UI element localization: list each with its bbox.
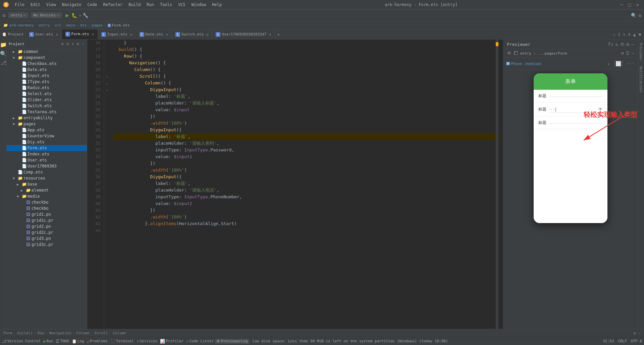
tree-grid1-png[interactable]: 🖼 grid1.pn xyxy=(7,211,87,217)
tree-textarea-ets[interactable]: 📄 Textarea.ets xyxy=(7,109,87,115)
sidebar-settings-icon[interactable]: ⚙ xyxy=(76,41,80,47)
menu-help[interactable]: Help xyxy=(209,2,224,8)
sidebar-expand-icon[interactable]: ≡ xyxy=(66,41,69,47)
tree-radio-ets[interactable]: 📄 Radio.ets xyxy=(7,85,87,91)
close-user-tab[interactable]: ✕ xyxy=(56,32,58,37)
bottom-close-icon[interactable]: — xyxy=(638,331,641,335)
menu-window[interactable]: Window xyxy=(189,2,209,8)
error-badge[interactable]: ✕ 4 xyxy=(623,32,630,37)
nav-column2[interactable]: Column xyxy=(113,331,126,335)
expand-icon[interactable]: ▼ xyxy=(639,32,641,37)
run-button[interactable]: ▶ xyxy=(66,12,69,18)
tree-input-ets[interactable]: 📄 Input.ets xyxy=(7,73,87,79)
tree-common[interactable]: ▶ 📁 common xyxy=(7,49,87,55)
search-icon[interactable]: 🔍 xyxy=(631,13,637,18)
settings-right-icon[interactable]: ⚙ xyxy=(639,13,641,18)
settings-icon[interactable]: ⚙ xyxy=(3,13,5,18)
tab-date-ets[interactable]: E Date.ets ✕ xyxy=(136,29,172,39)
status-code-linter[interactable]: ✓ Code Linter xyxy=(185,339,215,344)
tab-user-ets[interactable]: E User.ets ✕ xyxy=(26,29,62,39)
nav-build[interactable]: build() xyxy=(17,331,33,335)
tree-form-ets[interactable]: 📄 Form.ets xyxy=(7,145,87,151)
tree-user-ets[interactable]: 📄 User.ets xyxy=(7,157,87,163)
nav-scroll[interactable]: Scroll xyxy=(95,331,108,335)
previewer-font-icon[interactable]: T↕ xyxy=(608,42,613,47)
device-more-icon[interactable]: ··· xyxy=(626,61,635,66)
code-editor[interactable]: 16 17 18 19 20 21 22 23 24 25 26 27 28 2… xyxy=(87,40,503,329)
tree-select-ets[interactable]: 📄 Select.ets xyxy=(7,91,87,97)
sidebar-close-icon[interactable]: — xyxy=(81,41,85,47)
profile-button[interactable]: ⚡ xyxy=(79,13,82,18)
tree-slider-ets[interactable]: 📄 Slider.ets xyxy=(7,97,87,103)
nav-form[interactable]: Form xyxy=(3,331,12,335)
tree-grid3c[interactable]: 🖼 grid3c.pr xyxy=(7,242,87,248)
status-position[interactable]: 31:53 xyxy=(603,339,614,343)
device-prev-icon[interactable]: ‹ xyxy=(607,61,610,67)
close-button[interactable]: ✕ xyxy=(634,1,641,8)
minimize-button[interactable]: ─ xyxy=(618,1,625,8)
project-tab[interactable]: 📋 Project xyxy=(0,29,26,39)
tree-element[interactable]: ▶ 📁 element xyxy=(7,187,87,193)
close-user-long-tab[interactable]: ✕ xyxy=(269,32,271,37)
tree-grid1c[interactable]: 🖼 grid1c.pr xyxy=(7,217,87,223)
maximize-button[interactable]: □ xyxy=(626,1,633,8)
grid-icon[interactable]: ⊞ xyxy=(622,51,624,56)
warning-badge[interactable]: ⚠ 1 xyxy=(613,32,621,37)
tree-entryability[interactable]: ▶ 📁 entryability xyxy=(7,115,87,121)
breadcrumb-entry[interactable]: entry xyxy=(39,23,50,27)
close-form-tab[interactable]: ✕ xyxy=(92,32,94,37)
tree-media[interactable]: ▼ 📁 media xyxy=(7,193,87,199)
tab-form-ets[interactable]: E Form.ets ✕ xyxy=(62,29,98,39)
breadcrumb-pages[interactable]: pages xyxy=(92,23,103,27)
device-tablet-icon[interactable]: ⬜ xyxy=(614,60,623,67)
menu-navigate[interactable]: Navigate xyxy=(59,2,84,8)
status-version-control[interactable]: ⎇ Version Control xyxy=(2,339,41,344)
bottom-settings-icon[interactable]: ⚙ xyxy=(634,331,636,335)
close-input-tab[interactable]: ✕ xyxy=(130,32,132,37)
tree-pages[interactable]: ▼ 📁 pages xyxy=(7,121,87,127)
menu-build[interactable]: Build xyxy=(126,2,143,8)
tree-grid2-png[interactable]: 🖼 grid2.pn xyxy=(7,223,87,229)
tree-checkbox-1[interactable]: 🖼 checkbo xyxy=(7,199,87,205)
branch-selector[interactable]: entry ▾ xyxy=(8,12,28,18)
breadcrumb-file[interactable]: E Form.ets xyxy=(108,23,129,27)
tab-more-button[interactable]: ▾ xyxy=(275,29,282,39)
tab-user-long[interactable]: E User17069303301033d7 ✕ xyxy=(212,29,275,39)
tree-index-ets[interactable]: 📄 Index.ets xyxy=(7,151,87,157)
status-problems[interactable]: ⚠ Problems xyxy=(86,339,109,344)
status-profiler[interactable]: 📊 Profiler xyxy=(159,339,185,344)
menu-file[interactable]: File xyxy=(12,2,27,8)
right-sidebar-notifications[interactable]: Notifications xyxy=(639,65,643,94)
collapse-icon[interactable]: ▲ xyxy=(633,32,636,37)
activity-project[interactable]: 📁 xyxy=(0,42,7,48)
close-switch-tab[interactable]: ✕ xyxy=(206,32,209,37)
breadcrumb-main[interactable]: main xyxy=(66,23,75,27)
status-encoding[interactable]: UTF-8 xyxy=(631,339,642,343)
tree-grid3-png[interactable]: 🖼 grid3.pn xyxy=(7,235,87,242)
previewer-close-icon[interactable]: — xyxy=(631,42,634,47)
breadcrumb-src[interactable]: src xyxy=(55,23,61,27)
tree-switch-ets[interactable]: 📄 Switch.ets xyxy=(7,103,87,109)
status-log[interactable]: 📋 Log xyxy=(70,339,86,344)
code-content[interactable]: } build() { Row() { Navigation() { Colum… xyxy=(110,40,503,329)
nav-column1[interactable]: Column xyxy=(76,331,90,335)
menu-vcs[interactable]: VCS xyxy=(175,2,188,8)
menu-refactor[interactable]: Refactor xyxy=(100,2,125,8)
activity-git[interactable]: ⎇ xyxy=(0,60,6,66)
device-selector[interactable]: No Devices ▾ xyxy=(31,12,62,18)
tab-switch-ets[interactable]: E Switch.ets ✕ xyxy=(172,29,212,39)
status-run[interactable]: ▶ Run xyxy=(42,339,54,344)
tree-checkbox-ets[interactable]: 📄 Checkbox.ets xyxy=(7,61,87,67)
menu-view[interactable]: View xyxy=(44,2,59,8)
sidebar-sync-icon[interactable]: ⊕ xyxy=(61,41,64,47)
sidebar-collapse-icon[interactable]: ↕ xyxy=(71,41,74,47)
status-previewer-log[interactable]: 👁 PreviewerLog xyxy=(215,339,249,344)
nav-navigation[interactable]: Navigation xyxy=(49,331,71,335)
menu-tools[interactable]: Tools xyxy=(157,2,175,8)
status-terminal[interactable]: ⬛ Terminal xyxy=(109,339,135,344)
tree-date-ets[interactable]: 📄 Date.ets xyxy=(7,67,87,73)
previewer-settings-icon[interactable]: ⚙ xyxy=(626,42,629,47)
menu-run[interactable]: Run xyxy=(144,2,157,8)
coverage-button[interactable]: 🔧 xyxy=(83,13,88,18)
tree-base[interactable]: ▶ 📁 base xyxy=(7,181,87,187)
